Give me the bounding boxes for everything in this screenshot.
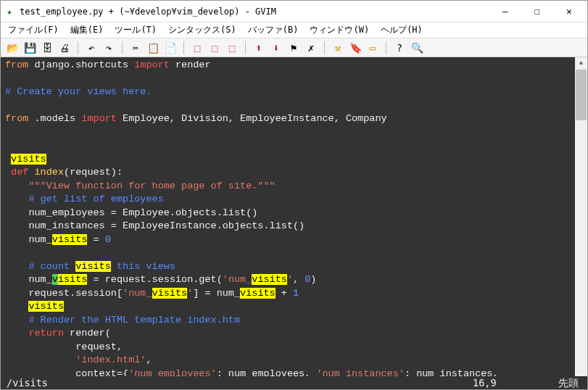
code-text: +: [276, 288, 293, 299]
menu-file[interactable]: ファイル(F): [2, 22, 65, 38]
toolbar-sep: [78, 41, 78, 54]
code-text: request,: [5, 341, 123, 352]
code-text: num_instances: [5, 220, 111, 231]
code-text: = request.session.get(: [87, 274, 222, 285]
load-icon[interactable]: ⬆: [252, 41, 266, 55]
vertical-scrollbar[interactable]: ▲ ▼: [575, 57, 587, 389]
help2-icon[interactable]: ?: [392, 41, 407, 55]
scroll-up-icon[interactable]: ▲: [575, 57, 587, 70]
app-icon: ✦: [4, 6, 15, 17]
save2-icon[interactable]: ⬇: [269, 41, 283, 55]
op: =: [111, 207, 117, 218]
toolbar-sep: [122, 41, 123, 54]
statusline: /visits 16,9 先頭: [1, 376, 587, 389]
maximize-button[interactable]: ☐: [522, 2, 552, 21]
comment: # count: [5, 261, 75, 272]
find-icon[interactable]: 🔍: [410, 41, 424, 55]
search-highlight: visits: [252, 274, 287, 285]
code-content[interactable]: from django.shortcuts import render # Cr…: [1, 57, 575, 389]
toolbar-sep: [386, 41, 386, 54]
toolbar-sep: [245, 41, 246, 54]
code-text: num_: [5, 234, 52, 245]
save-icon[interactable]: 💾: [22, 41, 37, 55]
redo-icon[interactable]: ↷: [102, 41, 116, 55]
num: 1: [293, 288, 299, 299]
search-highlight: visits: [28, 301, 64, 312]
undo-icon[interactable]: ↶: [84, 41, 99, 55]
search-highlight: isits: [58, 274, 88, 285]
code-text: (: [105, 328, 111, 339]
cursor-highlight: v: [52, 274, 58, 285]
menu-syntax[interactable]: シンタックス(S): [162, 22, 242, 38]
close-button[interactable]: ✕: [554, 2, 584, 21]
search-highlight: visits: [11, 154, 46, 165]
titlebar: ✦ test_employee.py + (~¥develop¥vim_deve…: [1, 1, 587, 22]
editor[interactable]: from django.shortcuts import render # Cr…: [1, 57, 587, 389]
code-text: render: [170, 59, 211, 70]
kw-def: def: [11, 167, 28, 178]
code-text: =: [87, 234, 104, 245]
kw-from: from: [5, 59, 28, 70]
menu-edit[interactable]: 編集(E): [65, 22, 109, 38]
open-icon[interactable]: 📂: [5, 41, 20, 55]
search-highlight: visits: [152, 288, 188, 299]
num: 0: [105, 234, 111, 245]
code-text: render: [64, 328, 105, 339]
code-text: Employee, Division, EmployeeInstance, Co…: [117, 113, 387, 124]
code-text: ,: [146, 354, 152, 365]
code-text: django.shortcuts: [28, 59, 134, 70]
tag-icon[interactable]: 🔖: [348, 41, 363, 55]
findprev-icon[interactable]: ⬚: [225, 41, 239, 55]
print-icon[interactable]: 🖨: [57, 41, 72, 55]
search-highlight: visits: [75, 261, 111, 272]
kw-from: from: [5, 113, 28, 124]
string: 'index.html': [75, 354, 146, 365]
kw-import: import: [134, 59, 170, 70]
op: =: [111, 220, 117, 231]
make-icon[interactable]: ✗: [304, 41, 318, 55]
code-text: ,: [293, 274, 305, 285]
saveall-icon[interactable]: 🗄: [40, 41, 54, 55]
search-highlight: visits: [240, 288, 276, 299]
search-highlight: visits: [52, 234, 88, 245]
paste-icon[interactable]: 📄: [163, 41, 178, 55]
comment: # get list of employees: [5, 194, 164, 204]
scroll-thumb[interactable]: [576, 70, 587, 120]
copy-icon[interactable]: 📋: [146, 41, 160, 55]
minimize-button[interactable]: —: [490, 2, 521, 21]
window-title: test_employee.py + (~¥develop¥vim_develo…: [20, 7, 490, 17]
status-command: /visits: [7, 376, 473, 389]
string: 'num_: [123, 288, 152, 299]
findnext-icon[interactable]: ⬚: [207, 41, 222, 55]
menubar: ファイル(F) 編集(E) ツール(T) シンタックス(S) バッファ(B) ウ…: [1, 22, 587, 38]
help-icon[interactable]: ▭: [365, 41, 380, 55]
menu-buffer[interactable]: バッファ(B): [242, 22, 305, 38]
code-text: num_employees: [5, 207, 111, 218]
comment: # Render the HTML template index.htm: [5, 315, 240, 325]
cut-icon[interactable]: ✂: [128, 41, 143, 55]
status-position: 16,9: [473, 376, 538, 389]
toolbar-sep: [183, 41, 184, 54]
status-percent: 先頭: [538, 376, 581, 389]
kw-import: import: [81, 113, 117, 124]
string: ': [287, 274, 293, 285]
code-text: ] = num_: [193, 288, 240, 299]
menu-window[interactable]: ウィンドウ(W): [304, 22, 375, 38]
comment: # Create your views here.: [5, 86, 152, 97]
docstring: """View function for home page of site."…: [5, 181, 276, 191]
toolbar: 📂 💾 🗄 🖨 ↶ ↷ ✂ 📋 📄 ⬚ ⬚ ⬚ ⬆ ⬇ ⚑ ✗ ⚒ 🔖 ▭ ? …: [1, 38, 587, 57]
window-buttons: — ☐ ✕: [490, 2, 584, 21]
toolbar-sep: [324, 41, 325, 54]
menu-tools[interactable]: ツール(T): [109, 22, 162, 38]
kw-return: return: [5, 328, 64, 339]
jump-icon[interactable]: ⚒: [331, 41, 345, 55]
code-text: (request):: [64, 167, 123, 178]
code-text: num_: [5, 274, 52, 285]
comment: this views: [111, 261, 175, 272]
fn-name: index: [28, 167, 64, 178]
code-text: ): [310, 274, 316, 285]
string: 'num_: [223, 274, 252, 285]
run-icon[interactable]: ⚑: [286, 41, 301, 55]
menu-help[interactable]: ヘルプ(H): [375, 22, 428, 38]
replace-icon[interactable]: ⬚: [190, 41, 204, 55]
